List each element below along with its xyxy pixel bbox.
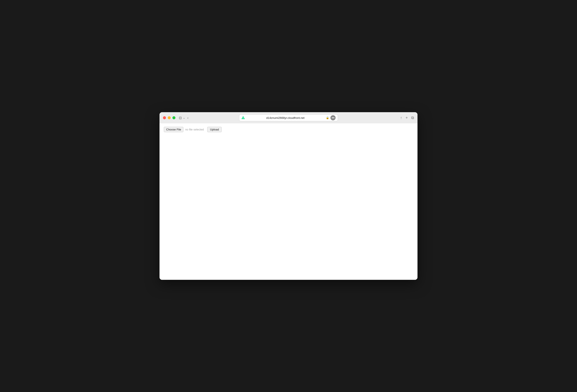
titlebar: ⊡ ⌄ ‹ d14znumi2668yr.cloudfront.net 🔒 ••… xyxy=(159,112,418,123)
choose-file-button[interactable]: Choose File xyxy=(164,127,183,132)
more-options-button[interactable]: ••• xyxy=(330,115,336,120)
traffic-lights xyxy=(163,116,176,119)
close-button[interactable] xyxy=(163,116,166,119)
no-file-label: no file selected xyxy=(185,128,204,131)
address-bar[interactable]: d14znumi2668yr.cloudfront.net 🔒 ••• xyxy=(239,114,338,121)
new-tab-button[interactable]: + xyxy=(405,116,408,120)
titlebar-right-controls: ↑ + ⧉ xyxy=(400,116,414,120)
chevron-down-icon[interactable]: ⌄ xyxy=(183,116,185,119)
browser-window: ⊡ ⌄ ‹ d14znumi2668yr.cloudfront.net 🔒 ••… xyxy=(159,112,418,280)
address-bar-container: d14znumi2668yr.cloudfront.net 🔒 ••• xyxy=(239,114,338,121)
lock-icon: 🔒 xyxy=(326,116,329,119)
maximize-button[interactable] xyxy=(172,116,176,119)
share-button[interactable]: ↑ xyxy=(400,116,402,120)
back-button[interactable]: ‹ xyxy=(187,116,188,120)
titlebar-left-controls: ⊡ ⌄ ‹ xyxy=(179,116,188,120)
site-icon xyxy=(241,116,245,119)
more-dots-icon: ••• xyxy=(332,116,334,119)
tabs-button[interactable]: ⧉ xyxy=(411,116,414,120)
page-content: Choose File no file selected Upload xyxy=(159,123,418,280)
upload-form: Choose File no file selected Upload xyxy=(164,127,413,132)
url-text: d14znumi2668yr.cloudfront.net xyxy=(246,116,325,119)
sidebar-toggle-icon[interactable]: ⊡ xyxy=(179,116,182,120)
minimize-button[interactable] xyxy=(168,116,171,119)
upload-button[interactable]: Upload xyxy=(207,127,222,132)
